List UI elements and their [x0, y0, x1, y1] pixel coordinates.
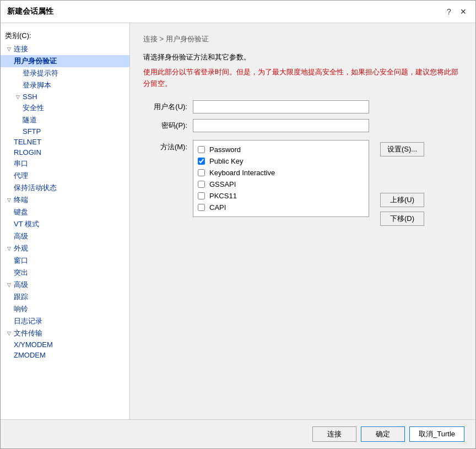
keepalive-label: 保持活动状态 — [14, 183, 57, 193]
username-input[interactable] — [193, 100, 369, 113]
serial-label: 串口 — [14, 159, 28, 169]
close-button[interactable]: ✕ — [458, 6, 469, 17]
checkbox-gssapi[interactable] — [198, 181, 205, 188]
checkbox-pkcs11[interactable] — [198, 192, 205, 199]
main-panel: 连接 > 用户身份验证 请选择身份验证方法和其它参数。 使用此部分以节省登录时间… — [130, 23, 475, 419]
ssh-label: SSH — [23, 93, 37, 101]
username-row: 用户名(U): — [143, 100, 462, 113]
method-label-capi[interactable]: CAPI — [209, 203, 226, 212]
sidebar-item-terminal[interactable]: ▽ 终端 — [1, 194, 129, 206]
vt-modes-label: VT 模式 — [14, 219, 39, 229]
password-input[interactable] — [193, 119, 369, 132]
expand-icon-advanced: ▽ — [5, 281, 13, 289]
method-item-public-key[interactable]: Public Key — [198, 155, 364, 167]
method-section: 方法(M): Password Public Key — [143, 140, 462, 226]
move-up-button[interactable]: 上移(U) — [380, 193, 424, 207]
sidebar-item-security[interactable]: 安全性 — [1, 102, 129, 114]
sidebar-item-telnet[interactable]: TELNET — [1, 137, 129, 147]
checkbox-password[interactable] — [198, 146, 205, 153]
cancel-button[interactable]: 取消_Turtle — [409, 426, 464, 442]
sidebar-item-advanced-terminal[interactable]: 高级 — [1, 230, 129, 242]
expand-icon-connection: ▽ — [5, 45, 13, 53]
sidebar-item-advanced[interactable]: ▽ 高级 — [1, 279, 129, 291]
sidebar-item-zmodem[interactable]: ZMODEM — [1, 350, 129, 360]
login-script-label: 登录脚本 — [23, 80, 51, 90]
advanced-terminal-label: 高级 — [14, 231, 28, 241]
method-item-gssapi[interactable]: GSSAPI — [198, 178, 364, 190]
sidebar-item-tunnel[interactable]: 隧道 — [1, 114, 129, 126]
method-item-capi[interactable]: CAPI — [198, 202, 364, 213]
method-box: Password Public Key Keyboard Interactive — [193, 140, 369, 217]
connect-button[interactable]: 连接 — [312, 426, 356, 442]
sidebar-item-proxy[interactable]: 代理 — [1, 170, 129, 182]
sidebar-item-vt-modes[interactable]: VT 模式 — [1, 218, 129, 230]
title-bar: 新建会话属性 ? ✕ — [1, 1, 475, 23]
login-prompt-label: 登录提示符 — [23, 68, 58, 78]
username-label: 用户名(U): — [143, 102, 193, 112]
category-label: 类别(C): — [1, 28, 129, 43]
sidebar-item-xymodem[interactable]: X/YMODEM — [1, 339, 129, 350]
method-label-gssapi[interactable]: GSSAPI — [209, 180, 236, 188]
sidebar: 类别(C): ▽ 连接 用户身份验证 登录提示符 登录脚本 ▽ SSH — [1, 23, 130, 419]
password-label: 密码(P): — [143, 121, 193, 131]
description2: 使用此部分以节省登录时间。但是，为了最大限度地提高安全性，如果担心安全问题，建议… — [143, 67, 462, 90]
zmodem-label: ZMODEM — [14, 351, 46, 359]
window-label: 窗口 — [14, 256, 28, 266]
appearance-label: 外观 — [14, 244, 28, 253]
expand-icon-terminal: ▽ — [5, 196, 13, 204]
method-item-password[interactable]: Password — [198, 144, 364, 155]
bell-label: 响铃 — [14, 304, 28, 314]
sidebar-item-window[interactable]: 窗口 — [1, 255, 129, 267]
move-down-button[interactable]: 下移(D) — [380, 212, 424, 226]
sftp-label: SFTP — [23, 127, 41, 136]
security-label: 安全性 — [23, 103, 44, 113]
checkbox-capi[interactable] — [198, 204, 205, 211]
sidebar-item-bell[interactable]: 响铃 — [1, 303, 129, 315]
file-transfer-label: 文件传输 — [14, 328, 42, 338]
sidebar-item-connection[interactable]: ▽ 连接 — [1, 43, 129, 55]
proxy-label: 代理 — [14, 171, 28, 181]
expand-icon-ssh: ▽ — [14, 93, 21, 101]
method-item-keyboard-interactive[interactable]: Keyboard Interactive — [198, 167, 364, 178]
trace-label: 跟踪 — [14, 292, 28, 302]
sidebar-item-login-prompt[interactable]: 登录提示符 — [1, 67, 129, 79]
checkbox-public-key[interactable] — [198, 158, 205, 165]
rlogin-label: RLOGIN — [14, 148, 41, 156]
tunnel-label: 隧道 — [23, 115, 37, 125]
xymodem-label: X/YMODEM — [14, 340, 53, 349]
method-label-pkcs11[interactable]: PKCS11 — [209, 192, 237, 200]
connection-label: 连接 — [14, 44, 28, 54]
advanced-label: 高级 — [14, 280, 28, 290]
title-controls: ? ✕ — [443, 6, 469, 17]
method-item-pkcs11[interactable]: PKCS11 — [198, 190, 364, 202]
sidebar-item-highlight[interactable]: 突出 — [1, 267, 129, 279]
sidebar-item-ssh[interactable]: ▽ SSH — [1, 91, 129, 102]
method-actions: 设置(S)... 上移(U) 下移(D) — [380, 140, 424, 226]
sidebar-item-serial[interactable]: 串口 — [1, 158, 129, 170]
method-label-keyboard-interactive[interactable]: Keyboard Interactive — [209, 169, 275, 177]
highlight-label: 突出 — [14, 268, 28, 278]
dialog-title: 新建会话属性 — [7, 7, 53, 17]
sidebar-item-user-auth[interactable]: 用户身份验证 — [1, 55, 129, 67]
sidebar-item-appearance[interactable]: ▽ 外观 — [1, 242, 129, 255]
keyboard-label: 键盘 — [14, 207, 28, 217]
sidebar-item-sftp[interactable]: SFTP — [1, 126, 129, 137]
sidebar-item-log[interactable]: 日志记录 — [1, 315, 129, 327]
method-label-public-key[interactable]: Public Key — [209, 157, 243, 165]
sidebar-item-file-transfer[interactable]: ▽ 文件传输 — [1, 327, 129, 339]
help-button[interactable]: ? — [443, 6, 455, 17]
method-label-password[interactable]: Password — [209, 145, 241, 154]
telnet-label: TELNET — [14, 138, 41, 146]
settings-button[interactable]: 设置(S)... — [380, 142, 424, 156]
sidebar-item-login-script[interactable]: 登录脚本 — [1, 79, 129, 91]
user-auth-label: 用户身份验证 — [14, 56, 57, 66]
expand-icon-appearance: ▽ — [5, 245, 13, 252]
checkbox-keyboard-interactive[interactable] — [198, 169, 205, 176]
sidebar-item-trace[interactable]: 跟踪 — [1, 291, 129, 303]
log-label: 日志记录 — [14, 316, 42, 326]
method-label: 方法(M): — [143, 140, 193, 152]
ok-button[interactable]: 确定 — [361, 426, 405, 442]
sidebar-item-keepalive[interactable]: 保持活动状态 — [1, 182, 129, 194]
sidebar-item-rlogin[interactable]: RLOGIN — [1, 147, 129, 158]
sidebar-item-keyboard[interactable]: 键盘 — [1, 206, 129, 218]
